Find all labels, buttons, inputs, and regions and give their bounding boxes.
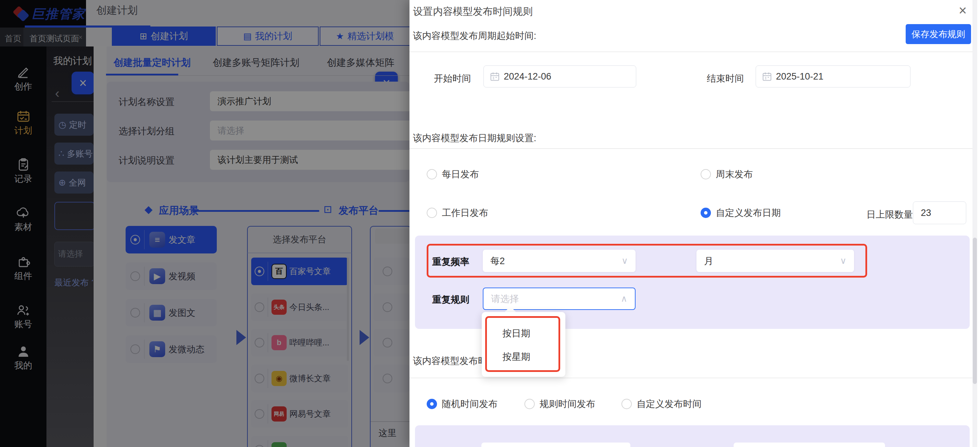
repeat-frequency-label: 重复频率 <box>432 255 469 268</box>
screenshot-root: 巨推管家 创建计划 首页 首页测试页面 × 创作 计划 记录 素材 组件 账号 … <box>0 0 980 447</box>
save-publish-rule-button[interactable]: 保存发布规则 <box>906 24 971 44</box>
divider <box>409 148 972 149</box>
daily-limit-input[interactable]: 23 <box>913 201 966 224</box>
divider <box>409 378 972 378</box>
repeat-rule-label: 重复规则 <box>432 294 469 306</box>
modal-close-icon[interactable]: × <box>959 3 967 17</box>
publish-time-rule-modal: 设置内容模型发布时间规则 × 保存发布规则 该内容模型发布周期起始时间: 开始时… <box>409 0 980 447</box>
time-select-partial[interactable] <box>481 442 630 447</box>
radio-icon <box>622 399 632 409</box>
radio-workday-publish[interactable]: 工作日发布 <box>427 207 488 219</box>
chevron-down-icon: ∨ <box>840 255 846 266</box>
start-time-label: 开始时间 <box>434 72 471 85</box>
radio-icon <box>427 169 437 179</box>
date-rule-label: 该内容模型发布日期规则设置: <box>413 132 536 144</box>
annotation-red-box-options <box>485 316 560 372</box>
radio-regular-time[interactable]: 规则时间发布 <box>524 398 595 410</box>
repeat-frequency-unit-select[interactable]: 月 ∨ <box>697 250 854 272</box>
chevron-down-icon: ∨ <box>622 255 628 266</box>
repeat-rule-dropdown: 按日期 按星期 <box>482 312 565 377</box>
radio-selected-icon <box>427 399 437 409</box>
radio-custom-time[interactable]: 自定义发布时间 <box>622 398 702 410</box>
divider <box>409 52 972 52</box>
radio-custom-publish-date[interactable]: 自定义发布日期 <box>701 207 781 219</box>
modal-title: 设置内容模型发布时间规则 <box>413 5 533 19</box>
radio-weekend-publish[interactable]: 周末发布 <box>701 168 753 180</box>
daily-limit-label: 日上限数量 <box>867 208 913 221</box>
start-date-input[interactable]: 2024-12-06 <box>484 65 636 88</box>
radio-selected-icon <box>701 208 711 218</box>
radio-daily-publish[interactable]: 每日发布 <box>427 168 479 180</box>
radio-icon <box>427 208 437 218</box>
radio-icon <box>524 399 535 409</box>
cycle-start-label: 该内容模型发布周期起始时间: <box>413 30 536 42</box>
repeat-rule-select[interactable]: 请选择 ∧ <box>483 287 636 310</box>
repeat-frequency-value-select[interactable]: 每2 ∨ <box>483 250 636 272</box>
chevron-up-icon: ∧ <box>621 294 627 304</box>
calendar-icon <box>762 72 772 81</box>
radio-random-time[interactable]: 随机时间发布 <box>427 398 498 410</box>
dropdown-option-by-week[interactable]: 按星期 <box>503 351 530 363</box>
dropdown-option-by-date[interactable]: 按日期 <box>503 327 530 340</box>
time-rule-label-partial: 该内容模型发布时 <box>413 355 487 367</box>
time-select-partial[interactable] <box>733 442 885 447</box>
end-time-label: 结束时间 <box>707 72 744 85</box>
modal-scrollbar-thumb[interactable] <box>973 238 977 384</box>
modal-backdrop[interactable] <box>0 0 409 447</box>
end-date-input[interactable]: 2025-10-21 <box>756 65 910 88</box>
calendar-icon <box>490 72 500 81</box>
radio-icon <box>701 169 711 179</box>
